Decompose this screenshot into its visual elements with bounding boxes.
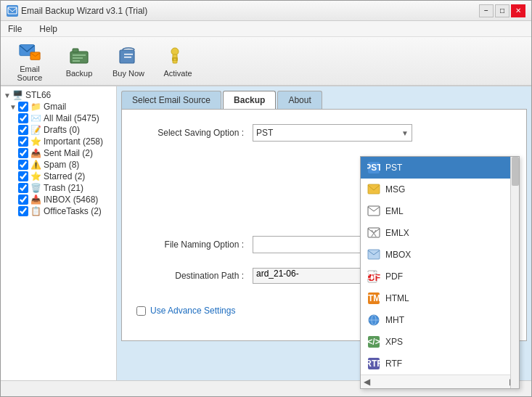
title-bar-controls: − □ ✕: [479, 4, 525, 17]
svg-text:</>: </>: [367, 337, 380, 347]
tab-select-email-source[interactable]: Select Email Source: [121, 91, 221, 109]
svg-text:RTF: RTF: [367, 359, 380, 369]
tree-important[interactable]: ⭐ Important (258): [4, 136, 113, 147]
tab-backup[interactable]: Backup: [223, 91, 276, 109]
svg-rect-6: [73, 57, 83, 59]
select-saving-value: PST: [256, 128, 273, 138]
mbox-icon: [367, 247, 381, 262]
minimize-button[interactable]: −: [479, 4, 494, 17]
scroll-left-btn[interactable]: ◀: [364, 377, 370, 387]
svg-rect-9: [124, 54, 133, 55]
tree-trash-checkbox[interactable]: [18, 183, 28, 193]
svg-rect-7: [73, 60, 80, 62]
tree-root-label: STL66: [25, 90, 51, 100]
xps-icon: </>: [367, 335, 381, 349]
tree-sentmail[interactable]: 📤 Sent Mail (2): [4, 147, 113, 159]
advance-settings-label: Use Advance Settings: [150, 306, 235, 316]
menu-file[interactable]: File: [4, 22, 26, 36]
dropdown-scroll-thumb: [512, 157, 519, 186]
tree-inbox-checkbox[interactable]: [18, 195, 28, 205]
destination-label: Destination Path :: [136, 271, 253, 281]
email-source-label: Email Source: [10, 65, 49, 82]
tree-trash[interactable]: 🗑️ Trash (21): [4, 182, 113, 194]
tree-inbox[interactable]: 📥 INBOX (5468): [4, 194, 113, 205]
dropdown-item-html[interactable]: HTML HTML: [361, 287, 519, 309]
dropdown-item-xps[interactable]: </> XPS: [361, 331, 519, 353]
svg-text:PDF: PDF: [367, 271, 378, 281]
dropdown-item-pdf[interactable]: PDF PDF PDF: [361, 266, 519, 287]
email-source-icon: [18, 40, 41, 63]
title-bar-left: Email Backup Wizard v3.1 (Trial): [7, 5, 147, 17]
allmail-icon: ✉️: [30, 113, 41, 123]
menu-bar: File Help: [1, 21, 531, 37]
app-icon: [7, 5, 18, 17]
activate-button[interactable]: Activate: [155, 40, 201, 82]
inbox-icon: 📥: [30, 195, 41, 205]
tree-officetasks[interactable]: 📋 OfficeTasks (2): [4, 205, 113, 217]
tree-starred-checkbox[interactable]: [18, 171, 28, 181]
officetasks-icon: 📋: [30, 206, 41, 216]
dropdown-item-rtf[interactable]: RTF RTF: [361, 353, 519, 375]
svg-rect-10: [124, 57, 131, 58]
trash-icon: 🗑️: [30, 183, 41, 193]
tree-gmail-checkbox[interactable]: [18, 102, 28, 112]
backup-button[interactable]: Backup: [56, 40, 102, 82]
destination-path-input[interactable]: ard_21-06-: [253, 268, 369, 284]
pst-icon: PST: [367, 160, 381, 175]
dropdown-item-msg[interactable]: MSG: [361, 179, 519, 200]
right-panel: Select Email Source Backup About Select …: [117, 86, 531, 380]
tree-officetasks-label: OfficeTasks (2): [44, 206, 102, 216]
dropdown-item-pst[interactable]: PST PST: [361, 157, 519, 179]
tree-officetasks-checkbox[interactable]: [18, 206, 28, 216]
backup-icon: [67, 44, 91, 67]
msg-icon: [367, 182, 381, 197]
svg-rect-17: [368, 184, 380, 194]
spam-icon: ⚠️: [30, 160, 41, 170]
tree-spam-checkbox[interactable]: [18, 160, 28, 170]
dropdown-item-xps-label: XPS: [385, 337, 403, 347]
tree-drafts[interactable]: 📝 Drafts (0): [4, 124, 113, 136]
title-bar: Email Backup Wizard v3.1 (Trial) − □ ✕: [1, 1, 531, 21]
dropdown-item-mht[interactable]: MHT: [361, 309, 519, 331]
rtf-icon: RTF: [367, 356, 381, 371]
tree-spam[interactable]: ⚠️ Spam (8): [4, 159, 113, 171]
svg-text:PST: PST: [367, 163, 380, 173]
tree-spam-label: Spam (8): [44, 160, 79, 170]
select-saving-dropdown[interactable]: PST ▼: [253, 124, 412, 142]
buy-now-button[interactable]: Buy Now: [105, 40, 152, 82]
tree-drafts-checkbox[interactable]: [18, 125, 28, 135]
tree-gmail-label: Gmail: [44, 102, 66, 112]
emlx-icon: X: [367, 226, 381, 240]
dropdown-item-eml[interactable]: EML: [361, 200, 519, 222]
sentmail-icon: 📤: [30, 148, 41, 158]
tree-drafts-label: Drafts (0): [44, 125, 80, 135]
email-source-button[interactable]: Email Source: [7, 40, 53, 82]
html-icon: HTML: [367, 291, 381, 306]
svg-rect-5: [73, 54, 86, 56]
close-button[interactable]: ✕: [511, 4, 525, 17]
window-title: Email Backup Wizard v3.1 (Trial): [21, 6, 147, 16]
advance-settings-checkbox[interactable]: [136, 306, 146, 316]
tree-allmail-checkbox[interactable]: [18, 113, 28, 123]
tree-starred[interactable]: ⭐ Starred (2): [4, 171, 113, 182]
restore-button[interactable]: □: [495, 4, 510, 17]
tree-expand-root[interactable]: ▼: [4, 91, 11, 99]
dropdown-scrollbar[interactable]: [510, 157, 519, 388]
svg-rect-0: [8, 7, 17, 14]
tree-important-checkbox[interactable]: [18, 136, 28, 147]
tree-gmail[interactable]: ▼ 📁 Gmail: [4, 101, 113, 112]
dropdown-item-mht-label: MHT: [385, 315, 404, 325]
tree-expand-gmail[interactable]: ▼: [9, 103, 17, 111]
dropdown-item-emlx[interactable]: X EMLX: [361, 222, 519, 244]
dropdown-inner: PST PST: [361, 157, 519, 375]
tree-allmail[interactable]: ✉️ All Mail (5475): [4, 112, 113, 124]
dropdown-item-mbox[interactable]: MBOX: [361, 244, 519, 266]
buy-now-icon: [117, 44, 140, 67]
tab-about[interactable]: About: [277, 91, 322, 109]
select-saving-row: Select Saving Option : PST ▼: [136, 124, 512, 142]
tree-important-label: Important (258): [44, 136, 103, 147]
tree-sentmail-checkbox[interactable]: [18, 148, 28, 158]
menu-help[interactable]: Help: [35, 22, 62, 36]
tree-root[interactable]: ▼ 🖥️ STL66: [4, 89, 113, 101]
drafts-icon: 📝: [30, 125, 41, 135]
